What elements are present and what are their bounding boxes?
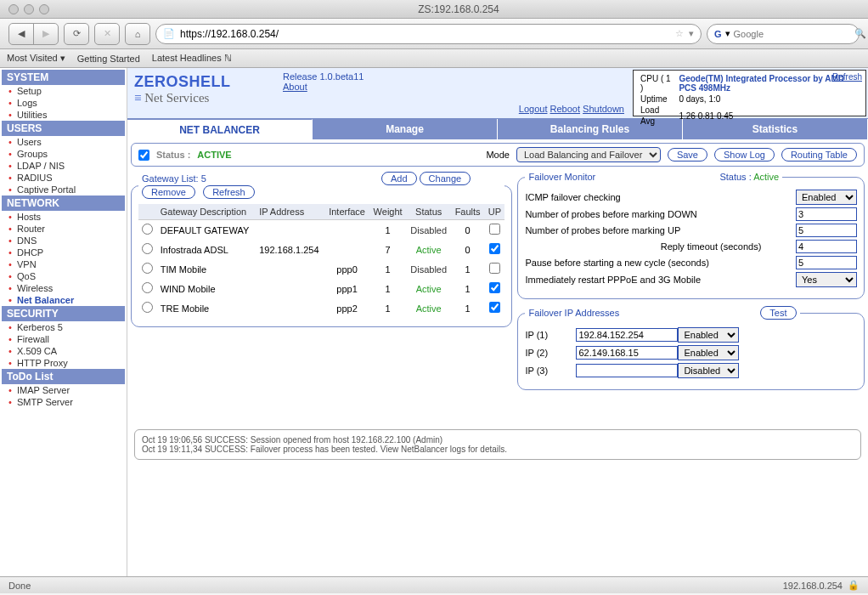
table-row[interactable]: TIM Mobileppp01Disabled1 (138, 259, 504, 279)
sidebar-item-hosts[interactable]: Hosts (2, 211, 125, 223)
stop-button[interactable]: ✕ (94, 23, 120, 45)
ip-state-select-3[interactable]: Disabled (678, 363, 739, 378)
reload-button[interactable]: ⟳ (64, 23, 89, 45)
gw-refresh-button[interactable]: Refresh (203, 185, 255, 199)
search-input[interactable] (734, 29, 851, 39)
gw-radio[interactable] (142, 302, 153, 313)
ip-input-1[interactable] (576, 328, 678, 342)
pause-input[interactable] (796, 256, 857, 269)
gw-ip (256, 279, 324, 298)
gw-radio[interactable] (142, 243, 153, 254)
home-button[interactable]: ⌂ (125, 23, 150, 45)
gw-col: Faults (451, 204, 484, 220)
gw-radio[interactable] (142, 224, 153, 235)
tab-net-balancer[interactable]: NET BALANCER (127, 119, 313, 139)
sidebar-item-smtp-server[interactable]: SMTP Server (2, 396, 125, 408)
save-button[interactable]: Save (668, 148, 707, 162)
gw-weight: 7 (369, 240, 407, 259)
sidebar-item-qos[interactable]: QoS (2, 270, 125, 282)
url-bar[interactable]: 📄 ☆ ▾ (155, 24, 702, 44)
dropdown-icon[interactable]: ▾ (689, 28, 694, 39)
sidebar-item-setup[interactable]: Setup (2, 85, 125, 97)
sidebar-item-wireless[interactable]: Wireless (2, 282, 125, 294)
probes-down-label: Number of probes before marking DOWN (525, 209, 796, 219)
ip-input-3[interactable] (576, 364, 678, 377)
status-left: Done (8, 581, 31, 591)
gw-faults: 1 (451, 279, 484, 298)
search-icon[interactable]: 🔍 (854, 28, 866, 39)
sidebar-item-dns[interactable]: DNS (2, 235, 125, 246)
bookmark-getting-started[interactable]: Getting Started (77, 54, 140, 64)
logout-link[interactable]: Logout (519, 104, 548, 114)
ip-input-2[interactable] (576, 346, 678, 360)
back-button[interactable]: ◀ (8, 23, 34, 45)
probes-up-input[interactable] (796, 224, 857, 237)
sidebar-item-x-509-ca[interactable]: X.509 CA (2, 345, 125, 357)
sidebar-item-router[interactable]: Router (2, 223, 125, 235)
gw-change-button[interactable]: Change (420, 172, 471, 185)
reply-timeout-input[interactable] (796, 240, 857, 253)
gw-radio[interactable] (142, 263, 153, 274)
gw-col: Status (406, 204, 451, 220)
sidebar-item-vpn[interactable]: VPN (2, 258, 125, 270)
ip-state-select-2[interactable]: Enabled (678, 345, 739, 360)
gw-up-checkbox[interactable] (489, 282, 500, 293)
shutdown-link[interactable]: Shutdown (583, 104, 624, 114)
sidebar-item-captive-portal[interactable]: Captive Portal (2, 184, 125, 196)
bookmarks-bar: Most Visited ▾ Getting Started Latest He… (0, 49, 868, 68)
gateway-list-panel: Gateway List: 5 Add Change Remove Refres… (131, 172, 512, 327)
reboot-link[interactable]: Reboot (550, 104, 580, 114)
gw-up-checkbox[interactable] (489, 243, 500, 254)
close-icon[interactable] (8, 4, 19, 14)
sidebar-item-users[interactable]: Users (2, 136, 125, 148)
gw-desc: WIND Mobile (157, 279, 256, 298)
sidebar-item-logs[interactable]: Logs (2, 97, 125, 109)
ip-state-select-1[interactable]: Enabled (678, 327, 739, 343)
search-bar[interactable]: G▾ 🔍 (707, 24, 860, 44)
sidebar-item-groups[interactable]: Groups (2, 148, 125, 160)
probes-down-input[interactable] (796, 207, 857, 221)
gw-faults: 1 (451, 298, 484, 318)
about-link[interactable]: About (283, 82, 307, 92)
bookmark-most-visited[interactable]: Most Visited ▾ (7, 53, 65, 64)
cpu-refresh-link[interactable]: Refresh (832, 72, 862, 82)
gw-up-checkbox[interactable] (489, 224, 500, 235)
zoom-icon[interactable] (39, 4, 49, 14)
bookmark-latest-headlines[interactable]: Latest Headlines ℕ (152, 53, 232, 64)
gw-status: Active (406, 298, 451, 318)
sidebar-item-utilities[interactable]: Utilities (2, 109, 125, 121)
gw-up-checkbox[interactable] (489, 263, 500, 274)
window-title: ZS:192.168.0.254 (49, 3, 868, 15)
icmp-select[interactable]: Enabled (796, 190, 857, 205)
sidebar-item-dhcp[interactable]: DHCP (2, 246, 125, 258)
gw-remove-button[interactable]: Remove (142, 185, 195, 199)
sidebar-item-imap-server[interactable]: IMAP Server (2, 384, 125, 396)
test-button[interactable]: Test (760, 306, 796, 320)
tab-manage[interactable]: Manage (313, 119, 498, 139)
mode-select[interactable]: Load Balancing and Failover (516, 147, 661, 162)
sidebar-item-radius[interactable]: RADIUS (2, 172, 125, 184)
star-icon[interactable]: ☆ (675, 28, 684, 39)
gw-up-checkbox[interactable] (489, 302, 500, 313)
table-row[interactable]: TRE Mobileppp21Active1 (138, 298, 504, 318)
table-row[interactable]: DEFAULT GATEWAY1Disabled0 (138, 220, 504, 241)
sidebar-item-http-proxy[interactable]: HTTP Proxy (2, 357, 125, 369)
page-icon: 📄 (163, 28, 175, 39)
gw-add-button[interactable]: Add (381, 172, 417, 185)
sidebar-item-kerberos-5[interactable]: Kerberos 5 (2, 321, 125, 333)
status-checkbox[interactable] (138, 150, 149, 161)
show-log-button[interactable]: Show Log (714, 148, 775, 162)
gw-status: Disabled (406, 220, 451, 241)
restart-select[interactable]: Yes (796, 272, 857, 287)
gw-radio[interactable] (142, 282, 153, 293)
table-row[interactable]: WIND Mobileppp11Active1 (138, 279, 504, 298)
sidebar-item-ldap-nis[interactable]: LDAP / NIS (2, 160, 125, 172)
forward-button[interactable]: ▶ (33, 23, 59, 45)
routing-table-button[interactable]: Routing Table (781, 148, 857, 162)
url-input[interactable] (180, 28, 670, 40)
sidebar-item-firewall[interactable]: Firewall (2, 333, 125, 345)
minimize-icon[interactable] (24, 4, 34, 14)
sidebar-item-net-balancer[interactable]: Net Balancer (2, 294, 125, 306)
gw-faults: 0 (451, 220, 484, 241)
table-row[interactable]: Infostrada ADSL192.168.1.2547Active0 (138, 240, 504, 259)
